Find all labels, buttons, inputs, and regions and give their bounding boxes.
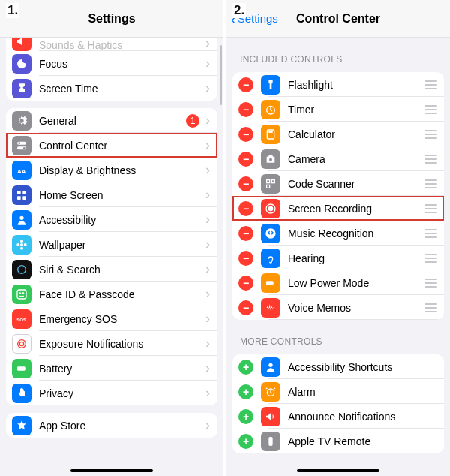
settings-pane: 1. Settings Sounds & Haptics›Focus›Scree… — [0, 0, 224, 476]
settings-row-home-screen[interactable]: Home Screen› — [6, 182, 218, 207]
svg-point-9 — [20, 215, 23, 219]
row-label: Home Screen — [39, 189, 202, 201]
settings-row-face-id-passcode[interactable]: Face ID & Passcode› — [6, 282, 218, 306]
add-button[interactable]: + — [238, 384, 254, 399]
announce-icon — [261, 407, 280, 426]
chevron-right-icon: › — [206, 113, 210, 128]
reorder-handle[interactable] — [424, 105, 436, 114]
chevron-right-icon: › — [206, 187, 210, 203]
settings-row-battery[interactable]: Battery› — [6, 356, 218, 381]
row-label: Display & Brightness — [39, 164, 202, 176]
settings-row-exposure-notifications[interactable]: Exposure Notifications› — [6, 331, 218, 356]
svg-rect-7 — [17, 196, 21, 200]
reorder-handle[interactable] — [424, 204, 436, 213]
add-button[interactable]: + — [238, 360, 254, 375]
row-label: Announce Notifications — [288, 411, 436, 423]
reorder-handle[interactable] — [424, 303, 436, 312]
svg-point-27 — [269, 158, 272, 161]
reorder-handle[interactable] — [424, 279, 436, 288]
row-label: Battery — [39, 363, 202, 375]
settings-row-wallpaper[interactable]: Wallpaper› — [6, 232, 218, 257]
svg-point-3 — [23, 147, 26, 149]
reorder-handle[interactable] — [424, 155, 436, 164]
control-row-timer: −Timer — [232, 97, 444, 122]
row-label: Music Recognition — [288, 227, 422, 240]
control-row-flashlight: −Flashlight — [232, 72, 444, 97]
svg-rect-16 — [17, 290, 26, 299]
remove-button[interactable]: − — [238, 300, 254, 315]
remove-button[interactable]: − — [238, 201, 254, 216]
settings-row-accessibility[interactable]: Accessibility› — [6, 207, 218, 232]
remove-button[interactable]: − — [238, 276, 254, 291]
appstore-icon — [12, 416, 32, 435]
row-label: Accessibility — [39, 214, 202, 226]
camera-icon — [261, 149, 280, 169]
chevron-right-icon: › — [206, 80, 210, 96]
row-label: Face ID & Passcode — [39, 288, 202, 300]
chevron-right-icon: › — [206, 385, 210, 401]
add-button[interactable]: + — [238, 434, 254, 449]
face-icon — [12, 285, 32, 304]
svg-point-15 — [18, 265, 26, 273]
settings-row-screen-time[interactable]: Screen Time› — [6, 76, 218, 101]
control-row-apple-tv-remote: +Apple TV Remote — [232, 429, 444, 453]
settings-row-emergency-sos[interactable]: SOSEmergency SOS› — [6, 306, 218, 331]
control-row-screen-recording: −Screen Recording — [232, 196, 444, 221]
reorder-handle[interactable] — [424, 229, 436, 238]
control-row-announce-notifications: +Announce Notifications — [232, 404, 444, 429]
settings-row-app-store[interactable]: App Store› — [6, 413, 218, 438]
reorder-handle[interactable] — [424, 179, 436, 188]
svg-point-11 — [20, 240, 23, 243]
settings-row-privacy[interactable]: Privacy› — [6, 381, 218, 405]
home-indicator[interactable] — [70, 469, 153, 472]
row-label: Code Scanner — [288, 178, 422, 190]
svg-rect-34 — [266, 281, 273, 285]
reorder-handle[interactable] — [424, 254, 436, 263]
svg-point-18 — [22, 293, 23, 294]
section-title-included: INCLUDED CONTROLS — [240, 54, 436, 65]
home-indicator[interactable] — [297, 469, 380, 472]
timer-icon — [261, 100, 280, 119]
add-button[interactable]: + — [238, 409, 254, 424]
svg-rect-30 — [267, 185, 270, 188]
settings-row-control-center[interactable]: Control Center› — [6, 133, 218, 158]
settings-row-sounds-haptics[interactable]: Sounds & Haptics› — [6, 38, 218, 51]
remove-button[interactable]: − — [238, 251, 254, 266]
settings-title: Settings — [88, 12, 135, 26]
control-center-pane: 2. ‹ Settings Control Center INCLUDED CO… — [226, 0, 450, 476]
moon-icon — [12, 54, 32, 74]
svg-text:SOS: SOS — [16, 317, 26, 321]
settings-row-siri-search[interactable]: Siri & Search› — [6, 257, 218, 282]
svg-rect-38 — [268, 437, 272, 446]
remove-button[interactable]: − — [238, 176, 254, 191]
settings-row-general[interactable]: General1› — [6, 108, 218, 133]
settings-row-focus[interactable]: Focus› — [6, 51, 218, 76]
svg-point-32 — [268, 206, 272, 210]
chevron-right-icon: › — [206, 336, 210, 351]
control-row-music-recognition: −Music Recognition — [232, 221, 444, 246]
row-label: Calculator — [288, 128, 422, 140]
control-row-camera: −Camera — [232, 146, 444, 171]
svg-point-13 — [16, 243, 20, 246]
remove-button[interactable]: − — [238, 127, 254, 142]
gear-icon — [12, 111, 32, 131]
scrollbar[interactable] — [220, 45, 222, 105]
remove-button[interactable]: − — [238, 77, 254, 92]
flower-icon — [12, 235, 32, 255]
row-label: Exposure Notifications — [39, 338, 202, 350]
remove-button[interactable]: − — [238, 152, 254, 167]
control-row-accessibility-shortcuts: +Accessibility Shortcuts — [232, 354, 444, 379]
svg-point-36 — [268, 363, 272, 366]
svg-rect-25 — [267, 130, 274, 139]
siri-icon — [12, 260, 32, 279]
reorder-handle[interactable] — [424, 130, 436, 139]
chevron-right-icon: › — [206, 38, 210, 51]
remove-button[interactable]: − — [238, 226, 254, 241]
svg-rect-35 — [273, 282, 274, 284]
chevron-right-icon: › — [206, 137, 210, 153]
control-row-alarm: +Alarm — [232, 379, 444, 404]
remove-button[interactable]: − — [238, 102, 254, 117]
settings-row-display-brightness[interactable]: AADisplay & Brightness› — [6, 158, 218, 182]
reorder-handle[interactable] — [424, 80, 436, 89]
row-label: Control Center — [39, 140, 202, 152]
